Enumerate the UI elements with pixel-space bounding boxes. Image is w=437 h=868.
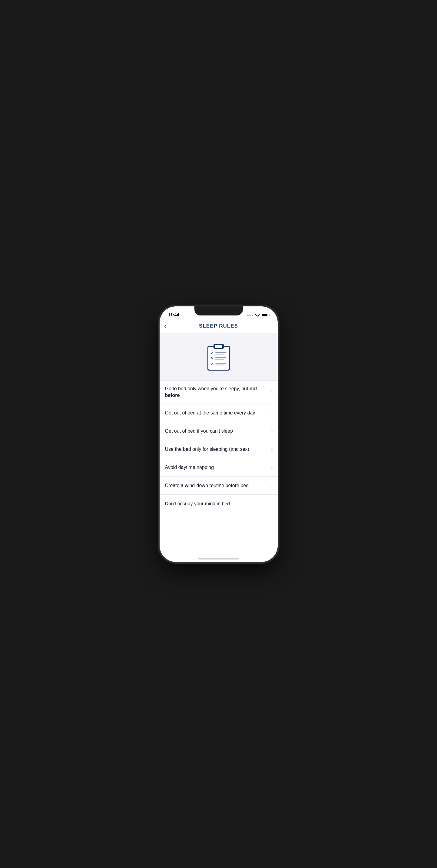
status-time: 11:44: [168, 312, 179, 317]
list-item-text: Get out of bed if you can't sleep: [165, 428, 268, 434]
phone-frame: 11:44 ‹ SLEEP RU: [160, 306, 278, 562]
chevron-right-icon: ›: [271, 501, 273, 506]
list-item[interactable]: Use the bed only for sleeping (and sex) …: [160, 440, 278, 458]
svg-rect-11: [215, 363, 226, 364]
chevron-right-icon: ›: [271, 428, 273, 434]
svg-rect-5: [215, 352, 226, 353]
clipboard-icon: ✓ ✕ ✕: [205, 342, 232, 372]
battery-icon: [262, 314, 269, 317]
list-item[interactable]: Get out of bed if you can't sleep ›: [160, 422, 278, 440]
signal-icon: [247, 315, 253, 316]
status-icons: [247, 314, 269, 317]
chevron-right-icon: ›: [271, 483, 273, 488]
list-item-text: Get out of bed at the same time every da…: [165, 410, 268, 416]
page-title: SLEEP RULES: [199, 323, 238, 329]
chevron-right-icon: ›: [271, 389, 273, 395]
svg-text:✕: ✕: [211, 362, 214, 366]
notch: [194, 306, 243, 315]
list-item-text: Don't occupy your mind in bed: [165, 500, 268, 507]
svg-rect-6: [215, 353, 224, 354]
svg-rect-3: [215, 345, 222, 348]
list-item-text: Avoid daytime napping: [165, 464, 268, 471]
svg-text:✕: ✕: [211, 356, 214, 361]
list-item[interactable]: Go to bed only when you're sleepy, but n…: [160, 380, 278, 404]
list-item[interactable]: Avoid daytime napping ›: [160, 458, 278, 476]
chevron-right-icon: ›: [271, 446, 273, 452]
svg-rect-12: [215, 365, 224, 365]
chevron-right-icon: ›: [271, 410, 273, 416]
list-item-text: Go to bed only when you're sleepy, but n…: [165, 385, 268, 399]
header-icon-area: ✓ ✕ ✕: [160, 333, 278, 380]
nav-bar: ‹ SLEEP RULES: [160, 320, 278, 333]
list-item-text: Use the bed only for sleeping (and sex): [165, 446, 268, 453]
list-item[interactable]: Get out of bed at the same time every da…: [160, 404, 278, 422]
rules-list: Go to bed only when you're sleepy, but n…: [160, 380, 278, 562]
back-button[interactable]: ‹: [164, 323, 166, 330]
home-indicator: [198, 558, 239, 559]
list-item[interactable]: Don't occupy your mind in bed ›: [160, 495, 278, 513]
wifi-icon: [255, 314, 260, 317]
list-item-text: Create a wind-down routine before bed: [165, 482, 268, 489]
phone-screen: 11:44 ‹ SLEEP RU: [160, 306, 278, 562]
chevron-right-icon: ›: [271, 465, 273, 470]
svg-rect-8: [215, 357, 226, 358]
svg-rect-9: [215, 359, 224, 360]
list-item[interactable]: Create a wind-down routine before bed ›: [160, 476, 278, 495]
svg-text:✓: ✓: [211, 350, 214, 355]
